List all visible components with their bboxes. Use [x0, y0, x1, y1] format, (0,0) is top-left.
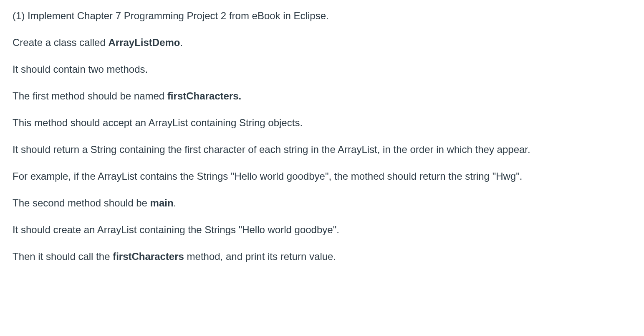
method-name-bold: firstCharacters. — [167, 90, 241, 102]
class-name-bold: ArrayListDemo — [108, 37, 180, 48]
text-suffix: . — [180, 37, 183, 48]
paragraph-5: This method should accept an ArrayList c… — [13, 115, 631, 130]
text-prefix: The first method should be named — [13, 90, 167, 102]
text-prefix: The second method should be — [13, 197, 150, 209]
text-suffix: . — [174, 197, 177, 209]
paragraph-7: For example, if the ArrayList contains t… — [13, 169, 631, 184]
paragraph-6: It should return a String containing the… — [13, 142, 631, 157]
paragraph-1: (1) Implement Chapter 7 Programming Proj… — [13, 8, 631, 23]
paragraph-10: Then it should call the firstCharacters … — [13, 249, 631, 264]
text-suffix: method, and print its return value. — [184, 251, 336, 262]
method-name-bold: main — [150, 197, 174, 209]
paragraph-8: The second method should be main. — [13, 196, 631, 211]
paragraph-2: Create a class called ArrayListDemo. — [13, 35, 631, 50]
paragraph-4: The first method should be named firstCh… — [13, 89, 631, 104]
method-name-bold: firstCharacters — [113, 251, 184, 262]
text-prefix: Create a class called — [13, 37, 108, 48]
text-prefix: Then it should call the — [13, 251, 113, 262]
paragraph-3: It should contain two methods. — [13, 62, 631, 77]
paragraph-9: It should create an ArrayList containing… — [13, 222, 631, 237]
